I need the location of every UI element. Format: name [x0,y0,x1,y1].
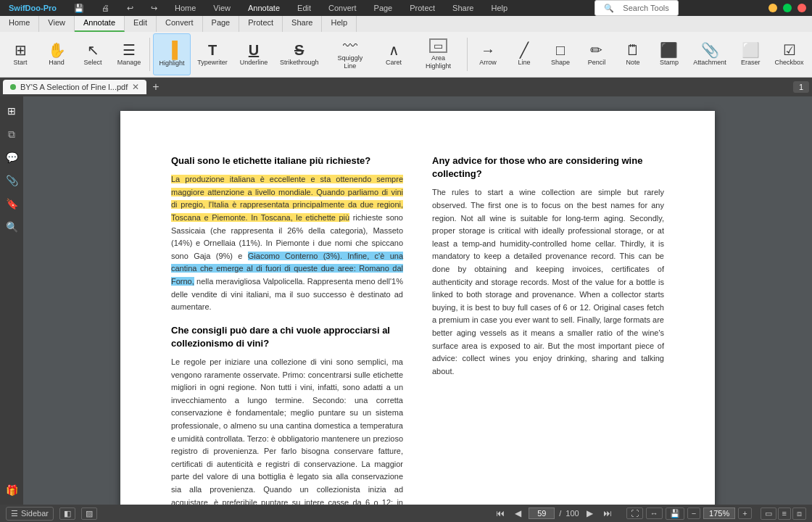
menu-page[interactable]: Page [371,2,396,14]
tool-typewriter[interactable]: T Typewriter [192,33,233,75]
highlighted-text-cyan-1: Giacomo Conterno (3%). Infine, c'è una c… [171,252,403,286]
tool-highlight[interactable]: ▐ Highlight [153,33,191,75]
checkbox-icon: ☑ [783,43,796,57]
ribbon-tools: ⊞ Start ✋ Hand ↖ Select ☰ Manage ▐ Highl… [0,32,812,77]
tab-edit[interactable]: Edit [125,16,157,32]
two-page-view-button[interactable]: ⧈ [792,508,806,520]
fit-page-button[interactable]: ⛶ [626,508,643,519]
tab-annotate[interactable]: Annotate [75,16,125,32]
page-number-input[interactable] [529,508,555,519]
pdf-viewer[interactable]: Quali sono le etichette italiane più ric… [23,96,812,505]
sidebar-toggle-button[interactable]: ☰ Sidebar [6,507,54,521]
tab-share[interactable]: Share [283,16,322,32]
continuous-view-button[interactable]: ≡ [778,508,791,520]
close-button[interactable] [798,4,806,12]
tool-pencil[interactable]: ✏ Pencil [579,33,614,75]
tool-hand[interactable]: ✋ Hand [39,33,74,75]
sidebar-icon-home[interactable]: ⊞ [3,102,20,120]
first-page-button[interactable]: ⏮ [493,508,508,519]
tool-line[interactable]: ╱ Line [507,33,542,75]
tab-view[interactable]: View [39,16,75,32]
tool-underline[interactable]: U Underline [234,33,273,75]
search-icon: 🔍 [601,2,617,14]
tool-stamp-label: Stamp [660,59,679,67]
tab-home[interactable]: Home [0,16,39,32]
prev-page-button[interactable]: ◀ [512,508,524,519]
maximize-button[interactable] [783,4,792,12]
tool-note[interactable]: 🗒 Note [616,33,650,75]
tool-strikethrough[interactable]: S Strikethrough [275,33,324,75]
tab-page[interactable]: Page [203,16,240,32]
attachment-icon: 📎 [701,43,719,57]
section1-title-left: Quali sono le etichette italiane più ric… [171,154,403,167]
panel-left-button[interactable]: ◧ [59,508,75,520]
menu-view[interactable]: View [210,2,233,14]
stamp-icon: ⬛ [660,43,678,57]
menu-share[interactable]: Share [450,2,476,14]
tool-area-highlight[interactable]: ▭ Area Highlight [413,33,464,75]
menu-home[interactable]: Home [172,2,199,14]
tool-manage[interactable]: ☰ Manage [112,33,146,75]
tool-note-label: Note [626,59,639,67]
tab-help[interactable]: Help [322,16,357,32]
zoom-in-button[interactable]: + [738,508,751,519]
search-tools-box[interactable]: 🔍 Search Tools [594,0,678,16]
page-number-display: 1 [793,81,809,93]
arrow-icon: → [481,43,495,57]
app-name: SwifDoo-Pro [6,2,59,14]
menu-annotate[interactable]: Annotate [245,2,283,14]
menu-print-icon[interactable]: 🖨 [99,2,112,14]
menu-edit[interactable]: Edit [294,2,314,14]
menu-bar: SwifDoo-Pro 💾 🖨 ↩ ↪ Home View Annotate E… [0,0,812,16]
tab-close-button[interactable]: ✕ [132,82,139,92]
note-icon: 🗒 [626,43,640,57]
tool-attachment-label: Attachment [693,59,726,67]
section2-body-left: Le regole per iniziare una collezione di… [171,356,403,505]
sidebar-icon-attachments[interactable]: 📎 [3,172,20,189]
page-separator: / [559,509,561,518]
tool-eraser[interactable]: ⬜ Eraser [733,33,768,75]
tool-checkbox[interactable]: ☑ Checkbox [769,33,809,75]
single-page-view-button[interactable]: ▭ [761,508,776,520]
sidebar-icon-comments[interactable]: 💬 [3,149,20,166]
menu-redo-icon[interactable]: ↪ [148,2,160,14]
save-view-button[interactable]: 💾 [666,508,684,520]
tool-start[interactable]: ⊞ Start [3,33,38,75]
area-highlight-icon: ▭ [429,38,447,53]
minimize-button[interactable] [768,4,777,12]
tool-hand-label: Hand [49,59,65,67]
tool-squiggly[interactable]: 〰 Squiggly Line [326,33,375,75]
sidebar-toggle-label: Sidebar [21,509,49,518]
menu-protect[interactable]: Protect [407,2,438,14]
tab-add-button[interactable]: + [148,80,163,94]
menu-convert[interactable]: Convert [326,2,360,14]
menu-save-icon[interactable]: 💾 [71,2,87,14]
sidebar-icon-layers[interactable]: ⧉ [3,125,20,143]
document-tab[interactable]: BY'S A Selection of Fine l...pdf ✕ [3,80,146,94]
next-page-button[interactable]: ▶ [584,508,596,519]
sidebar-icon-gift[interactable]: 🎁 [3,481,20,499]
last-page-button[interactable]: ⏭ [600,508,615,519]
tool-shape[interactable]: □ Shape [543,33,578,75]
strikethrough-icon: S [294,43,304,57]
tab-convert[interactable]: Convert [157,16,203,32]
fit-width-button[interactable]: ↔ [646,508,663,519]
tool-select[interactable]: ↖ Select [75,33,110,75]
tool-stamp[interactable]: ⬛ Stamp [652,33,687,75]
tool-arrow[interactable]: → Arrow [471,33,505,75]
underline-icon: U [249,43,259,57]
sidebar-icon-search[interactable]: 🔍 [3,218,20,236]
tool-caret[interactable]: ∧ Caret [376,33,411,75]
menu-undo-icon[interactable]: ↩ [124,2,136,14]
zoom-out-button[interactable]: − [687,508,700,519]
tool-attachment[interactable]: 📎 Attachment [688,33,732,75]
tab-modified-dot [10,84,16,90]
panel-right-button[interactable]: ▨ [81,508,97,520]
shape-icon: □ [556,43,565,57]
document-tab-label: BY'S A Selection of Fine l...pdf [20,83,128,91]
zoom-level-input[interactable] [703,508,735,519]
menu-help[interactable]: Help [488,2,510,14]
sidebar-icon-bookmarks[interactable]: 🔖 [3,195,20,212]
tab-protect[interactable]: Protect [239,16,283,32]
tool-underline-label: Underline [240,59,268,67]
